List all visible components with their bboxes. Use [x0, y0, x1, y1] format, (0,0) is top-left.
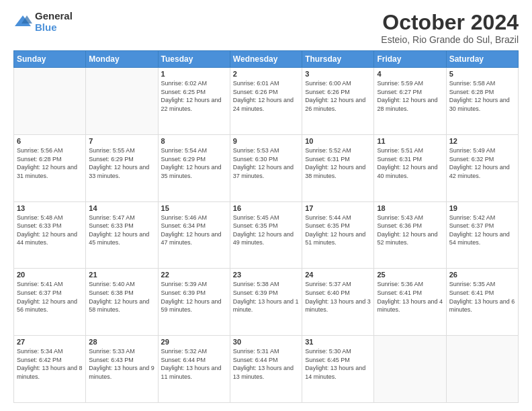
calendar-cell-w5-d2: 29Sunrise: 5:32 AM Sunset: 6:44 PM Dayli… — [158, 336, 230, 403]
week-row-4: 20Sunrise: 5:41 AM Sunset: 6:37 PM Dayli… — [14, 269, 519, 336]
calendar-cell-w3-d2: 15Sunrise: 5:46 AM Sunset: 6:34 PM Dayli… — [158, 201, 230, 269]
calendar-cell-w3-d4: 17Sunrise: 5:44 AM Sunset: 6:35 PM Dayli… — [302, 201, 374, 269]
day-detail: Sunrise: 5:59 AM Sunset: 6:27 PM Dayligh… — [377, 79, 443, 113]
day-number: 15 — [161, 204, 227, 212]
calendar-cell-w2-d1: 7Sunrise: 5:55 AM Sunset: 6:29 PM Daylig… — [86, 134, 158, 201]
day-detail: Sunrise: 5:48 AM Sunset: 6:33 PM Dayligh… — [17, 214, 83, 247]
calendar-cell-w5-d5 — [374, 336, 446, 403]
calendar-table: Sunday Monday Tuesday Wednesday Thursday… — [13, 50, 519, 403]
day-detail: Sunrise: 5:54 AM Sunset: 6:29 PM Dayligh… — [161, 146, 227, 180]
col-monday: Monday — [86, 51, 158, 68]
week-row-3: 13Sunrise: 5:48 AM Sunset: 6:33 PM Dayli… — [14, 201, 519, 269]
day-number: 22 — [161, 271, 227, 279]
logo-icon — [13, 13, 32, 32]
day-number: 10 — [305, 137, 371, 145]
day-detail: Sunrise: 5:41 AM Sunset: 6:37 PM Dayligh… — [17, 280, 83, 314]
calendar-cell-w3-d0: 13Sunrise: 5:48 AM Sunset: 6:33 PM Dayli… — [14, 201, 86, 269]
day-number: 28 — [89, 338, 154, 346]
day-detail: Sunrise: 5:38 AM Sunset: 6:39 PM Dayligh… — [233, 280, 299, 314]
day-detail: Sunrise: 5:31 AM Sunset: 6:44 PM Dayligh… — [233, 347, 299, 381]
calendar-cell-w1-d6: 5Sunrise: 5:58 AM Sunset: 6:28 PM Daylig… — [446, 68, 518, 135]
day-number: 21 — [89, 271, 154, 279]
day-number: 7 — [89, 137, 154, 145]
day-number: 3 — [305, 70, 371, 78]
day-detail: Sunrise: 5:30 AM Sunset: 6:45 PM Dayligh… — [305, 347, 371, 381]
logo-general-label: General — [35, 11, 73, 22]
day-number: 29 — [161, 338, 227, 346]
col-thursday: Thursday — [302, 51, 374, 68]
day-detail: Sunrise: 5:33 AM Sunset: 6:43 PM Dayligh… — [89, 347, 154, 381]
week-row-1: 1Sunrise: 6:02 AM Sunset: 6:25 PM Daylig… — [14, 68, 519, 135]
day-number: 24 — [305, 271, 371, 279]
header: General Blue October 2024 Esteio, Rio Gr… — [13, 11, 519, 45]
calendar-cell-w2-d0: 6Sunrise: 5:56 AM Sunset: 6:28 PM Daylig… — [14, 134, 86, 201]
col-tuesday: Tuesday — [158, 51, 230, 68]
logo: General Blue — [13, 11, 73, 33]
calendar-cell-w1-d0 — [14, 68, 86, 135]
day-detail: Sunrise: 5:44 AM Sunset: 6:35 PM Dayligh… — [305, 214, 371, 247]
logo-blue-label: Blue — [35, 22, 73, 34]
day-detail: Sunrise: 5:49 AM Sunset: 6:32 PM Dayligh… — [449, 146, 515, 180]
day-detail: Sunrise: 5:56 AM Sunset: 6:28 PM Dayligh… — [17, 146, 83, 180]
day-number: 31 — [305, 338, 371, 346]
calendar-cell-w2-d3: 9Sunrise: 5:53 AM Sunset: 6:30 PM Daylig… — [230, 134, 302, 201]
calendar-cell-w2-d6: 12Sunrise: 5:49 AM Sunset: 6:32 PM Dayli… — [446, 134, 518, 201]
day-detail: Sunrise: 5:36 AM Sunset: 6:41 PM Dayligh… — [377, 280, 443, 314]
day-detail: Sunrise: 5:42 AM Sunset: 6:37 PM Dayligh… — [449, 214, 515, 247]
day-number: 27 — [17, 338, 83, 346]
day-detail: Sunrise: 6:00 AM Sunset: 6:26 PM Dayligh… — [305, 79, 371, 113]
calendar-cell-w4-d2: 22Sunrise: 5:39 AM Sunset: 6:39 PM Dayli… — [158, 269, 230, 336]
calendar-cell-w4-d6: 26Sunrise: 5:35 AM Sunset: 6:41 PM Dayli… — [446, 269, 518, 336]
subtitle: Esteio, Rio Grande do Sul, Brazil — [381, 34, 519, 45]
calendar-cell-w1-d2: 1Sunrise: 6:02 AM Sunset: 6:25 PM Daylig… — [158, 68, 230, 135]
day-detail: Sunrise: 5:47 AM Sunset: 6:33 PM Dayligh… — [89, 214, 154, 247]
day-number: 17 — [305, 204, 371, 212]
calendar-cell-w1-d5: 4Sunrise: 5:59 AM Sunset: 6:27 PM Daylig… — [374, 68, 446, 135]
day-detail: Sunrise: 5:45 AM Sunset: 6:35 PM Dayligh… — [233, 214, 299, 247]
day-number: 25 — [377, 271, 443, 279]
calendar-cell-w4-d4: 24Sunrise: 5:37 AM Sunset: 6:40 PM Dayli… — [302, 269, 374, 336]
title-block: October 2024 Esteio, Rio Grande do Sul, … — [381, 11, 519, 45]
day-detail: Sunrise: 5:53 AM Sunset: 6:30 PM Dayligh… — [233, 146, 299, 180]
day-detail: Sunrise: 5:51 AM Sunset: 6:31 PM Dayligh… — [377, 146, 443, 180]
calendar-cell-w3-d3: 16Sunrise: 5:45 AM Sunset: 6:35 PM Dayli… — [230, 201, 302, 269]
day-detail: Sunrise: 5:35 AM Sunset: 6:41 PM Dayligh… — [449, 280, 515, 314]
day-number: 18 — [377, 204, 443, 212]
day-number: 19 — [449, 204, 515, 212]
col-friday: Friday — [374, 51, 446, 68]
day-detail: Sunrise: 5:58 AM Sunset: 6:28 PM Dayligh… — [449, 79, 515, 113]
day-detail: Sunrise: 6:02 AM Sunset: 6:25 PM Dayligh… — [161, 79, 227, 113]
calendar-cell-w1-d1 — [86, 68, 158, 135]
day-detail: Sunrise: 5:32 AM Sunset: 6:44 PM Dayligh… — [161, 347, 227, 381]
calendar-cell-w1-d3: 2Sunrise: 6:01 AM Sunset: 6:26 PM Daylig… — [230, 68, 302, 135]
day-detail: Sunrise: 5:34 AM Sunset: 6:42 PM Dayligh… — [17, 347, 83, 381]
main-title: October 2024 — [381, 11, 519, 34]
week-row-5: 27Sunrise: 5:34 AM Sunset: 6:42 PM Dayli… — [14, 336, 519, 403]
day-number: 23 — [233, 271, 299, 279]
day-detail: Sunrise: 5:40 AM Sunset: 6:38 PM Dayligh… — [89, 280, 154, 314]
day-number: 13 — [17, 204, 83, 212]
day-number: 16 — [233, 204, 299, 212]
calendar-cell-w2-d2: 8Sunrise: 5:54 AM Sunset: 6:29 PM Daylig… — [158, 134, 230, 201]
col-saturday: Saturday — [446, 51, 518, 68]
logo-text: General Blue — [35, 11, 73, 33]
calendar-cell-w2-d5: 11Sunrise: 5:51 AM Sunset: 6:31 PM Dayli… — [374, 134, 446, 201]
calendar-cell-w4-d5: 25Sunrise: 5:36 AM Sunset: 6:41 PM Dayli… — [374, 269, 446, 336]
day-detail: Sunrise: 6:01 AM Sunset: 6:26 PM Dayligh… — [233, 79, 299, 113]
calendar-cell-w5-d3: 30Sunrise: 5:31 AM Sunset: 6:44 PM Dayli… — [230, 336, 302, 403]
day-number: 30 — [233, 338, 299, 346]
day-number: 2 — [233, 70, 299, 78]
col-sunday: Sunday — [14, 51, 86, 68]
day-number: 6 — [17, 137, 83, 145]
day-number: 20 — [17, 271, 83, 279]
week-row-2: 6Sunrise: 5:56 AM Sunset: 6:28 PM Daylig… — [14, 134, 519, 201]
day-number: 8 — [161, 137, 227, 145]
day-number: 12 — [449, 137, 515, 145]
day-detail: Sunrise: 5:52 AM Sunset: 6:31 PM Dayligh… — [305, 146, 371, 180]
calendar-cell-w5-d0: 27Sunrise: 5:34 AM Sunset: 6:42 PM Dayli… — [14, 336, 86, 403]
day-number: 5 — [449, 70, 515, 78]
calendar-cell-w4-d3: 23Sunrise: 5:38 AM Sunset: 6:39 PM Dayli… — [230, 269, 302, 336]
day-number: 26 — [449, 271, 515, 279]
calendar-cell-w1-d4: 3Sunrise: 6:00 AM Sunset: 6:26 PM Daylig… — [302, 68, 374, 135]
day-number: 9 — [233, 137, 299, 145]
